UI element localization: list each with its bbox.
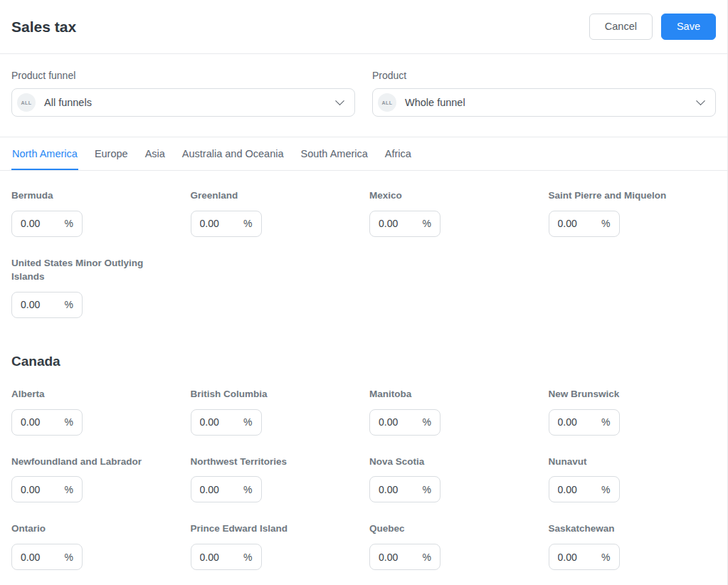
tax-rate-value-quebec[interactable] bbox=[379, 552, 411, 563]
tax-field-label-united-states-minor-outlying-islands: United States Minor Outlying Islands bbox=[11, 257, 164, 284]
product-filter: Product ALL Whole funnel bbox=[372, 70, 716, 117]
tab-south-america[interactable]: South America bbox=[300, 137, 369, 170]
tax-rate-input-quebec[interactable]: % bbox=[369, 544, 441, 570]
save-button[interactable]: Save bbox=[661, 14, 716, 40]
tax-rate-input-british-columbia[interactable]: % bbox=[191, 409, 262, 436]
product-funnel-filter: Product funnel ALL All funnels bbox=[11, 70, 355, 117]
product-funnel-value: All funnels bbox=[44, 97, 92, 108]
tax-field-united-states-minor-outlying-islands: United States Minor Outlying Islands% bbox=[11, 257, 179, 318]
section-heading-canada: Canada bbox=[11, 354, 716, 369]
percent-suffix: % bbox=[65, 484, 73, 495]
product-funnel-select[interactable]: ALL All funnels bbox=[11, 88, 355, 117]
tax-field-label-mexico: Mexico bbox=[369, 189, 522, 203]
tax-field-new-brunswick: New Brunswick% bbox=[549, 388, 717, 436]
tax-rate-input-newfoundland-and-labrador[interactable]: % bbox=[11, 476, 83, 502]
tax-field-nova-scotia: Nova Scotia% bbox=[369, 455, 537, 503]
tax-field-prince-edward-island: Prince Edward Island% bbox=[191, 522, 359, 570]
tax-field-quebec: Quebec% bbox=[369, 522, 537, 570]
cancel-button[interactable]: Cancel bbox=[589, 14, 653, 40]
tax-rate-value-northwest-territories[interactable] bbox=[200, 484, 233, 495]
tax-field-label-manitoba: Manitoba bbox=[369, 388, 522, 401]
tax-rate-value-nunavut[interactable] bbox=[558, 484, 591, 495]
tax-field-grid: Alberta%British Columbia%Manitoba%New Br… bbox=[11, 388, 716, 571]
tax-rate-value-greenland[interactable] bbox=[200, 218, 233, 229]
tax-field-label-ontario: Ontario bbox=[11, 522, 164, 536]
tab-asia[interactable]: Asia bbox=[144, 137, 166, 170]
tax-rate-input-greenland[interactable]: % bbox=[191, 211, 262, 237]
tax-field-label-new-brunswick: New Brunswick bbox=[549, 388, 702, 401]
tax-rate-input-manitoba[interactable]: % bbox=[369, 409, 441, 436]
tax-field-bermuda: Bermuda% bbox=[11, 189, 179, 237]
tax-field-mexico: Mexico% bbox=[369, 189, 537, 237]
percent-suffix: % bbox=[243, 552, 252, 563]
tax-field-label-greenland: Greenland bbox=[191, 189, 344, 203]
tax-rate-value-manitoba[interactable] bbox=[379, 416, 411, 428]
region-tabs: North AmericaEuropeAsiaAustralia and Oce… bbox=[0, 137, 727, 171]
percent-suffix: % bbox=[423, 552, 431, 563]
tax-rate-value-prince-edward-island[interactable] bbox=[200, 552, 233, 563]
tax-rate-value-mexico[interactable] bbox=[379, 218, 411, 229]
tax-field-newfoundland-and-labrador: Newfoundland and Labrador% bbox=[11, 455, 179, 503]
tax-rate-value-saskatchewan[interactable] bbox=[558, 552, 591, 563]
percent-suffix: % bbox=[65, 416, 73, 428]
header-actions: Cancel Save bbox=[589, 14, 716, 40]
percent-suffix: % bbox=[423, 484, 431, 495]
tax-rate-value-united-states-minor-outlying-islands[interactable] bbox=[21, 299, 53, 310]
tax-rate-input-saskatchewan[interactable]: % bbox=[549, 544, 620, 570]
all-products-badge-icon: ALL bbox=[378, 93, 396, 112]
tax-field-label-alberta: Alberta bbox=[11, 388, 164, 401]
tax-rate-value-newfoundland-and-labrador[interactable] bbox=[21, 484, 53, 495]
tax-rate-input-united-states-minor-outlying-islands[interactable]: % bbox=[11, 292, 83, 318]
percent-suffix: % bbox=[65, 552, 73, 563]
tax-rate-input-nova-scotia[interactable]: % bbox=[369, 476, 441, 502]
tax-rate-value-saint-pierre-and-miquelon[interactable] bbox=[558, 218, 591, 229]
tab-europe[interactable]: Europe bbox=[94, 137, 129, 170]
tax-rate-value-bermuda[interactable] bbox=[21, 218, 53, 229]
tax-field-greenland: Greenland% bbox=[191, 189, 359, 237]
tax-field-label-saskatchewan: Saskatchewan bbox=[549, 522, 702, 536]
tax-rate-input-mexico[interactable]: % bbox=[369, 211, 441, 237]
tax-section-territories: Bermuda%Greenland%Mexico%Saint Pierre an… bbox=[11, 189, 716, 318]
tax-field-british-columbia: British Columbia% bbox=[191, 388, 359, 436]
percent-suffix: % bbox=[423, 416, 431, 428]
tax-rate-value-new-brunswick[interactable] bbox=[558, 416, 591, 428]
percent-suffix: % bbox=[423, 218, 431, 229]
tax-field-northwest-territories: Northwest Territories% bbox=[191, 455, 359, 503]
tax-rate-input-nunavut[interactable]: % bbox=[549, 476, 620, 502]
tax-rate-value-ontario[interactable] bbox=[21, 552, 53, 563]
tax-field-ontario: Ontario% bbox=[11, 522, 179, 570]
filters: Product funnel ALL All funnels Product A… bbox=[0, 54, 727, 137]
tax-rate-value-alberta[interactable] bbox=[21, 416, 53, 428]
tax-field-label-nunavut: Nunavut bbox=[549, 455, 702, 469]
tax-rate-value-nova-scotia[interactable] bbox=[379, 484, 411, 495]
tab-australia-and-oceania[interactable]: Australia and Oceania bbox=[181, 137, 285, 170]
tax-field-manitoba: Manitoba% bbox=[369, 388, 537, 436]
percent-suffix: % bbox=[601, 484, 610, 495]
product-label: Product bbox=[372, 70, 716, 81]
header: Sales tax Cancel Save bbox=[0, 0, 727, 54]
tax-rate-input-saint-pierre-and-miquelon[interactable]: % bbox=[549, 211, 620, 237]
product-funnel-label: Product funnel bbox=[11, 70, 355, 81]
tax-field-grid: Bermuda%Greenland%Mexico%Saint Pierre an… bbox=[11, 189, 716, 318]
percent-suffix: % bbox=[243, 416, 252, 428]
tax-field-label-northwest-territories: Northwest Territories bbox=[191, 455, 344, 469]
chevron-down-icon bbox=[696, 96, 705, 105]
percent-suffix: % bbox=[601, 416, 610, 428]
tax-rate-input-new-brunswick[interactable]: % bbox=[549, 409, 620, 436]
tax-content: Bermuda%Greenland%Mexico%Saint Pierre an… bbox=[0, 171, 727, 585]
tax-rate-input-ontario[interactable]: % bbox=[11, 544, 83, 570]
tab-africa[interactable]: Africa bbox=[384, 137, 412, 170]
tax-rate-input-alberta[interactable]: % bbox=[11, 409, 83, 436]
percent-suffix: % bbox=[65, 299, 73, 310]
tax-field-label-saint-pierre-and-miquelon: Saint Pierre and Miquelon bbox=[549, 189, 702, 203]
tax-rate-input-northwest-territories[interactable]: % bbox=[191, 476, 262, 502]
tab-north-america[interactable]: North America bbox=[11, 137, 78, 170]
tax-field-label-newfoundland-and-labrador: Newfoundland and Labrador bbox=[11, 455, 164, 469]
chevron-down-icon bbox=[335, 96, 344, 105]
tax-rate-input-bermuda[interactable]: % bbox=[11, 211, 83, 237]
tax-rate-input-prince-edward-island[interactable]: % bbox=[191, 544, 262, 570]
tax-rate-value-british-columbia[interactable] bbox=[200, 416, 233, 428]
percent-suffix: % bbox=[65, 218, 73, 229]
product-select[interactable]: ALL Whole funnel bbox=[372, 88, 716, 117]
tax-section-canada: CanadaAlberta%British Columbia%Manitoba%… bbox=[11, 354, 716, 571]
